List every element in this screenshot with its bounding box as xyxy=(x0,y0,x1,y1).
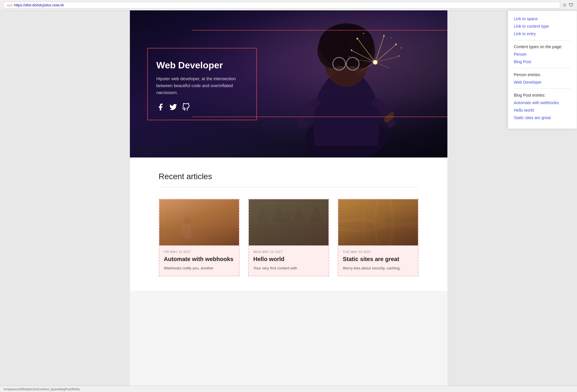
svg-line-14 xyxy=(361,62,375,71)
article-image-2 xyxy=(249,199,328,245)
svg-line-31 xyxy=(180,224,182,245)
svg-point-36 xyxy=(184,217,191,224)
article-excerpt-1: Webhooks notify you, another xyxy=(164,265,234,271)
panel-divider-1 xyxy=(514,40,571,40)
status-bar: /m/spaces/z90ebjofc2mi/content_types/blo… xyxy=(0,386,577,392)
svg-point-19 xyxy=(383,35,384,37)
svg-line-30 xyxy=(169,225,170,245)
blog-entry-hello-world[interactable]: Hello world xyxy=(514,108,571,112)
contentful-panel: Link to space Link to content type Link … xyxy=(508,10,577,129)
content-type-blog-post[interactable]: Blog Post xyxy=(514,59,571,64)
person-entries-label: Person entries: xyxy=(514,72,571,77)
sparkle-effect xyxy=(346,28,404,85)
link-to-entry[interactable]: Link to entry xyxy=(514,31,571,36)
svg-rect-27 xyxy=(159,199,239,245)
svg-rect-28 xyxy=(159,228,239,245)
svg-point-17 xyxy=(374,61,376,63)
content-types-label: Content types on the page: xyxy=(514,44,571,49)
svg-point-3 xyxy=(318,33,346,68)
article-excerpt-3: Worry less about security, caching, xyxy=(343,265,413,271)
svg-line-8 xyxy=(358,39,375,62)
url-text: https://dist-dohdcjzdoz.now.sh xyxy=(14,3,64,7)
recent-articles-section: Recent articles xyxy=(130,157,447,291)
panel-divider-3 xyxy=(514,89,571,89)
article-card-1[interactable]: FRI MAY 12 2017 Automate with webhooks W… xyxy=(159,199,240,276)
link-to-space[interactable]: Link to space xyxy=(514,16,571,21)
blog-entries-label: Blog Post entries: xyxy=(514,93,571,97)
url-bar[interactable]: cure https://dist-dohdcjzdoz.now.sh xyxy=(3,2,560,8)
article-excerpt-2: Your very first content with xyxy=(253,265,324,271)
hero-content: Web Developer Hipster web developer, at … xyxy=(130,48,274,120)
recent-section-title: Recent articles xyxy=(159,172,419,187)
svg-line-34 xyxy=(216,225,216,245)
star-icon[interactable]: ☆ xyxy=(563,2,567,8)
svg-point-55 xyxy=(362,227,371,235)
article-image-1 xyxy=(159,199,239,245)
status-bar-text: /m/spaces/z90ebjofc2mi/content_types/blo… xyxy=(3,387,80,391)
link-to-content-type[interactable]: Link to content type xyxy=(514,24,571,29)
svg-marker-46 xyxy=(292,207,306,222)
article-date-2: MON MAY 15 2017 xyxy=(253,250,324,254)
svg-marker-45 xyxy=(271,204,286,222)
article-body-3: TUE MAY 16 2017 Static sites are great W… xyxy=(338,245,418,276)
svg-rect-37 xyxy=(184,224,191,239)
article-body-2: MON MAY 15 2017 Hello world Your very fi… xyxy=(249,245,328,276)
social-icons xyxy=(156,103,248,111)
article-date-3: TUE MAY 16 2017 xyxy=(343,250,413,254)
svg-rect-42 xyxy=(249,222,328,245)
svg-rect-43 xyxy=(249,199,328,224)
svg-rect-51 xyxy=(249,199,328,245)
hero-top-line xyxy=(192,30,447,31)
svg-point-21 xyxy=(351,50,352,51)
page-wrapper: Web Developer Hipster web developer, at … xyxy=(0,10,577,392)
svg-rect-41 xyxy=(249,199,328,245)
svg-rect-52 xyxy=(338,199,418,245)
svg-line-15 xyxy=(375,62,390,68)
person-entry-web-developer[interactable]: Web Developer xyxy=(514,80,571,85)
svg-point-23 xyxy=(363,33,364,34)
svg-line-32 xyxy=(193,225,193,245)
svg-rect-56 xyxy=(338,199,418,245)
svg-rect-38 xyxy=(181,224,185,235)
svg-point-22 xyxy=(398,55,399,57)
panel-divider-2 xyxy=(514,68,571,68)
facebook-icon[interactable] xyxy=(156,103,165,111)
hero-border-box: Web Developer Hipster web developer, at … xyxy=(147,48,257,120)
content-type-person[interactable]: Person xyxy=(514,52,571,57)
hero-description: Hipster web developer, at the intersecti… xyxy=(156,75,248,96)
article-body-1: FRI MAY 12 2017 Automate with webhooks W… xyxy=(159,245,239,276)
article-heading-3: Static sites are great xyxy=(343,256,413,262)
svg-rect-29 xyxy=(159,199,239,222)
article-date-1: FRI MAY 12 2017 xyxy=(164,250,234,254)
svg-rect-40 xyxy=(159,199,239,245)
svg-point-26 xyxy=(349,56,350,57)
article-card-3[interactable]: TUE MAY 16 2017 Static sites are great W… xyxy=(338,199,419,276)
github-icon[interactable] xyxy=(182,103,190,111)
svg-point-48 xyxy=(286,215,291,219)
secure-label: cure xyxy=(7,3,13,7)
main-content: Web Developer Hipster web developer, at … xyxy=(130,10,447,392)
hero-title: Web Developer xyxy=(156,60,248,71)
article-image-3 xyxy=(338,199,418,245)
hero-section: Web Developer Hipster web developer, at … xyxy=(130,10,447,157)
blog-entry-automate[interactable]: Automate with webhooks xyxy=(514,100,571,105)
twitter-icon[interactable] xyxy=(169,103,177,111)
articles-grid: FRI MAY 12 2017 Automate with webhooks W… xyxy=(159,199,419,276)
svg-marker-44 xyxy=(257,205,268,222)
svg-point-20 xyxy=(395,44,397,45)
svg-line-33 xyxy=(205,224,206,245)
article-heading-2: Hello world xyxy=(253,256,324,262)
svg-point-49 xyxy=(284,213,293,215)
article-card-2[interactable]: MON MAY 15 2017 Hello world Your very fi… xyxy=(248,199,329,276)
svg-marker-47 xyxy=(309,205,323,222)
article-heading-1: Automate with webhooks xyxy=(164,256,234,262)
browser-bar: cure https://dist-dohdcjzdoz.now.sh ☆ 🛡 xyxy=(0,0,577,10)
svg-rect-39 xyxy=(188,224,191,235)
svg-point-54 xyxy=(372,217,384,228)
svg-line-35 xyxy=(228,225,229,245)
svg-point-25 xyxy=(401,47,402,48)
shield-icon: 🛡 xyxy=(569,3,574,8)
svg-rect-53 xyxy=(338,217,418,245)
blog-entry-static-sites[interactable]: Static sites are great xyxy=(514,115,571,120)
svg-point-18 xyxy=(356,38,358,40)
